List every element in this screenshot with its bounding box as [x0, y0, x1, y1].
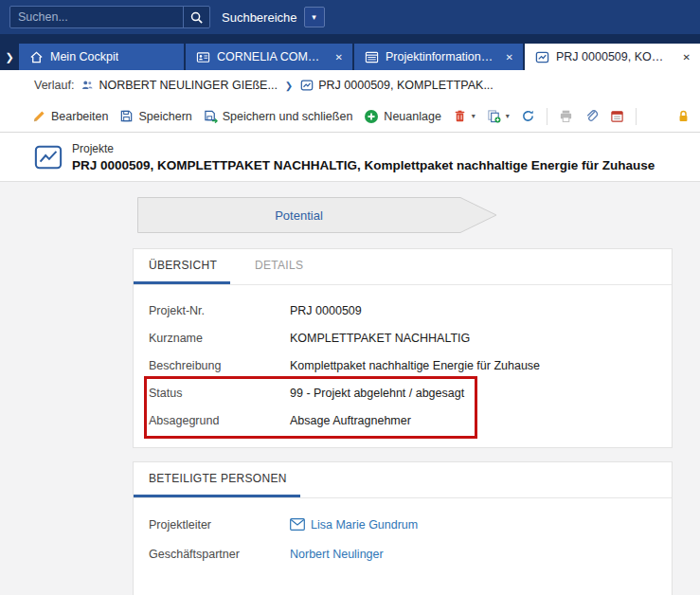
field-row: Projekt-Nr. PRJ 0000509: [134, 297, 672, 324]
person-name: Lisa Marie Gundrum: [311, 518, 418, 532]
calendar-button[interactable]: [610, 109, 624, 123]
caret-down-icon[interactable]: ▾: [472, 112, 476, 120]
project-chart-icon: [300, 79, 314, 92]
field-value: Komplettpaket nachhaltige Energie für Zu…: [290, 359, 540, 372]
trash-icon: [453, 109, 467, 123]
tab-close-icon[interactable]: ✕: [332, 52, 343, 63]
field-label: Projekt-Nr.: [149, 304, 290, 317]
top-search-bar: Suchbereiche ▾: [0, 0, 700, 34]
global-search-box[interactable]: [9, 6, 210, 28]
page-header: Projekte PRJ 0000509, KOMPLETTPAKET NACH…: [0, 133, 700, 182]
history-item-contact[interactable]: NORBERT NEULINGER GIEßE...: [81, 79, 277, 92]
tab-label: PRJ 0000509, KOMPL...: [556, 50, 673, 63]
overview-card: ÜBERSICHT DETAILS Projekt-Nr. PRJ 000050…: [133, 248, 673, 448]
projektleiter-link[interactable]: Lisa Marie Gundrum: [290, 518, 418, 532]
delete-button[interactable]: ▾: [453, 109, 476, 123]
tab-projektinformationen[interactable]: Projektinformatione... ✕: [354, 44, 523, 70]
chevron-down-icon[interactable]: ▾: [304, 7, 325, 27]
toolbar-separator: [547, 108, 547, 125]
field-label: Geschäftspartner: [149, 548, 290, 561]
lock-icon: [676, 109, 691, 123]
page-title: PRJ 0000509, KOMPLETTPAKET NACHHALTIG, K…: [72, 158, 655, 172]
plus-circle-icon: [364, 109, 379, 124]
tab-bar: ❯ Mein Cockpit CORNELIA COMPLE... ✕ Proj…: [0, 34, 700, 70]
contact-card-icon: [195, 49, 210, 64]
search-areas-label: Suchbereiche: [222, 10, 297, 25]
floppy-icon: [119, 109, 134, 123]
refresh-icon: [521, 109, 535, 123]
tab-beteiligte-personen[interactable]: BETEILIGTE PERSONEN: [134, 462, 300, 497]
tab-mein-cockpit[interactable]: Mein Cockpit: [19, 44, 184, 70]
toolbar-separator: [636, 108, 637, 125]
dossier-icon: [364, 49, 379, 64]
save-and-close-button[interactable]: Speichern und schließen: [204, 109, 353, 123]
copy-icon: [487, 109, 501, 123]
edit-button[interactable]: Bearbeiten: [32, 109, 108, 123]
envelope-icon: [290, 518, 305, 531]
sales-stage-bar[interactable]: Potential: [137, 197, 497, 233]
save-label: Speichern: [138, 110, 191, 123]
field-label: Projektleiter: [149, 518, 290, 532]
new-record-label: Neuanlage: [384, 110, 440, 123]
edit-label: Bearbeiten: [51, 110, 108, 123]
overview-fields: Projekt-Nr. PRJ 0000509 Kurzname KOMPLET…: [134, 285, 672, 447]
search-areas-control[interactable]: Suchbereiche ▾: [222, 7, 325, 27]
field-row-geschaeftspartner: Geschäftspartner Norbert Neulinger: [134, 539, 672, 568]
history-item-label: PRJ 0000509, KOMPLETTPAK...: [318, 79, 494, 92]
search-icon[interactable]: [183, 7, 209, 27]
field-label: Absagegrund: [149, 414, 290, 427]
home-icon: [28, 49, 44, 64]
tab-details[interactable]: DETAILS: [240, 249, 316, 284]
field-label: Kurzname: [149, 332, 290, 345]
tab-close-icon[interactable]: ✕: [502, 52, 513, 63]
field-row-absagegrund: Absagegrund Absage Auftragnehmer: [134, 406, 672, 434]
save-button[interactable]: Speichern: [119, 109, 191, 123]
field-row-projektleiter: Projektleiter Lisa Marie Gundrum: [134, 510, 672, 539]
new-record-button[interactable]: Neuanlage: [364, 109, 440, 124]
pencil-icon: [32, 109, 46, 123]
geschaeftspartner-link[interactable]: Norbert Neulinger: [290, 548, 384, 561]
history-bar: Verlauf: NORBERT NEULINGER GIEßE... ❯ PR…: [0, 70, 700, 100]
tab-label: CORNELIA COMPLE...: [217, 50, 325, 63]
history-item-project[interactable]: PRJ 0000509, KOMPLETTPAK...: [300, 79, 494, 92]
person-name: Norbert Neulinger: [290, 548, 384, 561]
field-value: Absage Auftragnehmer: [290, 414, 411, 427]
stage-label: Potential: [137, 197, 460, 233]
tab-overflow-button[interactable]: ❯: [0, 44, 19, 70]
save-and-close-label: Speichern und schließen: [223, 110, 353, 123]
history-label: Verlauf:: [34, 79, 74, 92]
contacts-icon: [81, 79, 94, 92]
tab-close-icon[interactable]: ✕: [679, 52, 691, 63]
field-row: Kurzname KOMPLETTPAKET NACHHALTIG: [134, 324, 672, 352]
floppy-close-icon: [204, 109, 218, 123]
record-type-label: Projekte: [72, 142, 655, 155]
toolbar: Bearbeiten Speichern Speichern und schli…: [0, 100, 700, 133]
field-row-status: Status 99 - Projekt abgelehnt / abgesagt: [134, 379, 672, 406]
search-input[interactable]: [10, 10, 183, 24]
caret-down-icon[interactable]: ▾: [506, 112, 510, 120]
tab-label: Projektinformatione...: [386, 50, 495, 63]
chevron-right-icon: ❯: [284, 81, 294, 91]
project-chart-icon: [34, 143, 63, 171]
copy-new-from-button[interactable]: ▾: [487, 109, 510, 123]
persons-fields: Projektleiter Lisa Marie Gundrum Geschäf…: [134, 498, 672, 582]
refresh-button[interactable]: [521, 109, 535, 123]
field-value: KOMPLETTPAKET NACHHALTIG: [290, 332, 470, 345]
field-label: Beschreibung: [149, 359, 290, 372]
printer-icon: [559, 109, 573, 123]
calendar-icon: [610, 109, 624, 123]
app-window: Suchbereiche ▾ ❯ Mein Cockpit CORNELIA C…: [0, 0, 700, 595]
tab-prj-0000509[interactable]: PRJ 0000509, KOMPL... ✕: [525, 44, 700, 70]
persons-card-tabs: BETEILIGTE PERSONEN: [134, 462, 672, 498]
field-value: 99 - Projekt abgelehnt / abgesagt: [290, 387, 464, 400]
field-value: PRJ 0000509: [290, 304, 362, 317]
tab-cornelia-contact[interactable]: CORNELIA COMPLE... ✕: [186, 44, 352, 70]
tab-label: Mein Cockpit: [50, 50, 118, 63]
attachment-button[interactable]: [584, 109, 599, 123]
tab-uebersicht[interactable]: ÜBERSICHT: [134, 249, 230, 284]
overview-card-tabs: ÜBERSICHT DETAILS: [134, 249, 672, 285]
history-item-label: NORBERT NEULINGER GIEßE...: [99, 79, 277, 92]
content-area: Potential ÜBERSICHT DETAILS Projekt-Nr. …: [0, 182, 700, 595]
lock-button[interactable]: [676, 109, 691, 123]
print-button[interactable]: [559, 109, 573, 123]
